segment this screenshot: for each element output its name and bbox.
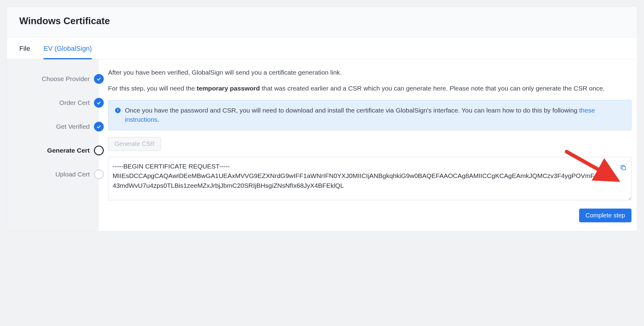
- info-text: Once you have the password and CSR, you …: [125, 106, 624, 124]
- main-content: After you have been verified, GlobalSign…: [99, 59, 637, 231]
- copy-icon[interactable]: [620, 164, 627, 171]
- tab-file[interactable]: File: [19, 37, 30, 59]
- page-title: Windows Certificate: [19, 16, 625, 27]
- card-header: Windows Certificate: [7, 7, 637, 37]
- tabs: File EV (GlobalSign): [7, 37, 637, 59]
- complete-step-button[interactable]: Complete step: [579, 209, 631, 222]
- step-label: Generate Cert: [47, 147, 90, 154]
- step-order-cert[interactable]: Order Cert: [7, 98, 99, 108]
- stepper: Choose Provider Order Cert Get Verified: [7, 59, 99, 231]
- step-get-verified[interactable]: Get Verified: [7, 122, 99, 132]
- step-upload-cert[interactable]: Upload Cert: [7, 169, 99, 179]
- step-label: Choose Provider: [42, 75, 90, 83]
- windows-certificate-card: Windows Certificate File EV (GlobalSign)…: [7, 7, 637, 231]
- step-label: Upload Cert: [55, 171, 90, 178]
- step-generate-cert[interactable]: Generate Cert: [7, 146, 99, 155]
- info-callout: i Once you have the password and CSR, yo…: [108, 100, 631, 130]
- intro-line-1: After you have been verified, GlobalSign…: [108, 68, 631, 77]
- intro-line-2: For this step, you will need the tempora…: [108, 84, 631, 93]
- svg-rect-0: [622, 166, 625, 170]
- tab-ev-globalsign[interactable]: EV (GlobalSign): [43, 37, 92, 59]
- step-choose-provider[interactable]: Choose Provider: [7, 74, 99, 84]
- step-label: Get Verified: [56, 123, 90, 130]
- step-label: Order Cert: [59, 99, 90, 106]
- csr-textarea[interactable]: [108, 157, 631, 200]
- info-icon: i: [115, 108, 121, 113]
- generate-csr-button[interactable]: Generate CSR: [108, 137, 161, 151]
- csr-output: [108, 157, 631, 202]
